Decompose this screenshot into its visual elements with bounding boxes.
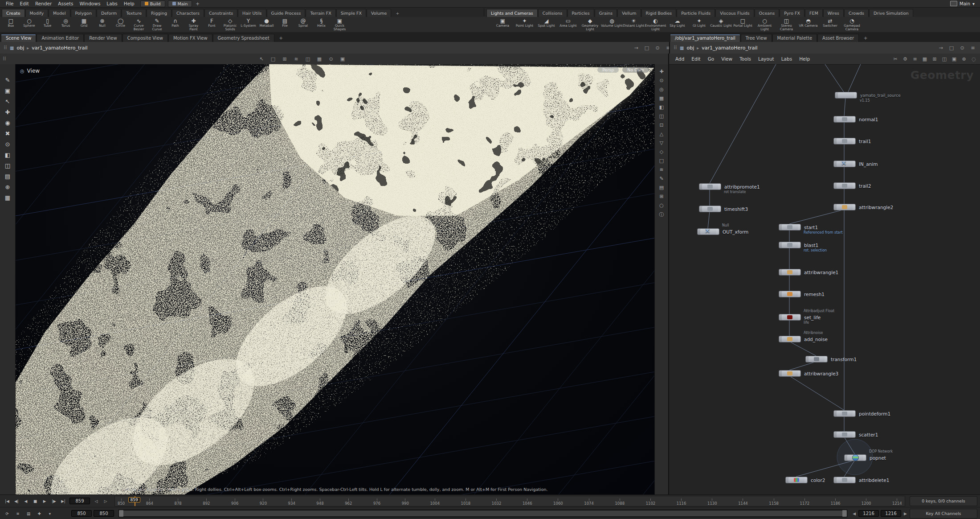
shelf-tool[interactable]: ◢ Spot Light	[535, 17, 557, 31]
camera-badge[interactable]: No Cam	[622, 67, 649, 73]
viewport-display-icon[interactable]: ✚	[659, 69, 663, 74]
viewport-tool-icon[interactable]: ◫	[5, 162, 10, 169]
network-menu-item[interactable]: Help	[796, 56, 813, 62]
shelf-tool[interactable]: ◈ Caustic Light	[710, 17, 732, 31]
desktop-tab-main[interactable]: Main	[168, 0, 192, 7]
timeline-ruler[interactable]: 8508648788929069209349489629769901004101…	[114, 496, 905, 507]
playhead[interactable]: 859	[135, 496, 135, 506]
shelf-tool[interactable]: ∩ Path	[166, 17, 184, 31]
network-node[interactable]: yamato_trail_source v1.15	[835, 92, 901, 99]
shelf-tab[interactable]: Particle Fluids	[677, 9, 715, 17]
shelf-tool[interactable]: ⊗ Null	[93, 17, 111, 31]
playbar-option-icon[interactable]: ✚	[35, 509, 44, 518]
menu-item[interactable]: Render	[32, 1, 55, 6]
network-node[interactable]: scatter1	[833, 431, 878, 438]
viewport-display-icon[interactable]: ○	[659, 202, 664, 208]
shelf-tab[interactable]: Deform	[97, 9, 121, 17]
shelf-tab[interactable]: Characters	[172, 9, 204, 17]
menu-item[interactable]: Assets	[55, 1, 76, 6]
network-menu-item[interactable]: Labs	[778, 56, 796, 62]
network-toolbar-icon[interactable]: ⚙	[902, 56, 909, 62]
transport-button[interactable]: ◀|	[12, 497, 21, 506]
shelf-tab[interactable]: Volume	[367, 9, 391, 17]
keys-info-button[interactable]: 0 keys, 0/0 channels	[910, 496, 977, 506]
shelf-tab[interactable]: Viscous Fluids	[715, 9, 754, 17]
shelf-tool[interactable]: ✦ GI Light	[688, 17, 710, 31]
shelf-tab[interactable]: Pyro FX	[780, 9, 804, 17]
shelf-tab[interactable]: Drive Simulation	[869, 9, 913, 17]
viewport-display-icon[interactable]: ◧	[659, 104, 664, 110]
pane-tab[interactable]: Material Palette	[772, 34, 817, 42]
pane-handle-icon[interactable]: ⠿	[4, 45, 7, 51]
desktop-tab-build[interactable]: Build	[140, 0, 165, 7]
network-menu-item[interactable]: Tools	[736, 56, 755, 62]
range-handle-right[interactable]	[842, 510, 847, 517]
shelf-tab[interactable]: Oceans	[755, 9, 779, 17]
shelf-tool[interactable]: ✚ Spray Paint	[184, 17, 203, 31]
path-bar-icon[interactable]: ⊙	[959, 45, 966, 51]
node-body[interactable]	[699, 183, 721, 190]
shelf-tab[interactable]: Crowds	[844, 9, 869, 17]
network-node[interactable]: DOP Network popnet	[844, 454, 886, 461]
pane-tab[interactable]: Tree View	[741, 34, 772, 42]
shelf-tab[interactable]: +	[392, 9, 403, 17]
node-body[interactable]	[833, 116, 856, 123]
playback-range-slider[interactable]	[118, 510, 847, 517]
viewport-display-icon[interactable]: ⓘ	[659, 211, 664, 218]
shelf-tool[interactable]: ○ Ambient Light	[754, 17, 776, 31]
shelf-tool[interactable]: ◆ Geometry Light	[579, 17, 601, 31]
transport-button[interactable]: ◀	[21, 497, 30, 506]
path-bar-icon[interactable]: ⊙	[654, 45, 661, 51]
shelf-tool[interactable]: ▣ Quick Shapes	[331, 17, 349, 31]
pane-tab[interactable]: Render View	[84, 34, 122, 42]
menu-item[interactable]: Edit	[17, 1, 32, 6]
range-left-arrow-icon[interactable]: ◀	[852, 511, 857, 516]
network-node[interactable]: trail2	[833, 182, 871, 189]
network-toolbar-icon[interactable]: ⊞	[931, 56, 938, 62]
viewport-display-icon[interactable]: ⊙	[659, 78, 663, 83]
menu-item[interactable]: Help	[121, 1, 138, 6]
breadcrumb-root[interactable]: obj	[687, 45, 694, 51]
shelf-tab[interactable]: Modify	[25, 9, 48, 17]
shelf-tool[interactable]: ◫ Stereo Camera	[776, 17, 797, 31]
display-selector[interactable]: Main ▾	[950, 1, 977, 6]
path-bar-icon[interactable]: →	[937, 45, 944, 51]
shelf-tool[interactable]: □ Portal Light	[732, 17, 754, 31]
node-body[interactable]	[785, 477, 808, 483]
network-menu-item[interactable]: Add	[672, 56, 688, 62]
viewport-tool-icon[interactable]: ✚	[5, 109, 10, 115]
shelf-tab[interactable]: Constraints	[204, 9, 237, 17]
pane-tab[interactable]: Motion FX View	[168, 34, 212, 42]
node-body[interactable]	[779, 336, 801, 342]
network-node[interactable]: color2	[785, 477, 825, 483]
range-right-arrow-icon[interactable]: ▶	[903, 511, 908, 516]
node-body[interactable]	[833, 477, 856, 483]
node-body[interactable]	[805, 356, 828, 362]
network-node[interactable]: trail1	[833, 138, 871, 144]
shelf-tab[interactable]: Polygon	[71, 9, 96, 17]
network-node[interactable]: attribpromote1 rot translate	[699, 183, 760, 190]
node-body[interactable]	[779, 242, 801, 248]
transport-button[interactable]: ▶|	[59, 497, 68, 506]
pane-tab[interactable]: Composite View	[122, 34, 168, 42]
shelf-tool[interactable]: ✦ Point Light	[514, 17, 535, 31]
shelf-tool[interactable]: ▭ Area Light	[557, 17, 579, 31]
node-body[interactable]	[833, 204, 856, 210]
pane-handle-icon[interactable]: ⠿	[3, 56, 6, 62]
key-all-channels-button[interactable]: Key All Channels	[910, 509, 977, 519]
node-body[interactable]	[833, 431, 856, 438]
network-node[interactable]: timeshift3	[699, 206, 748, 212]
path-bar-icon[interactable]: →	[633, 45, 640, 51]
shelf-tab[interactable]: Texture	[122, 9, 146, 17]
playback-start-field[interactable]: 850	[94, 510, 114, 517]
shelf-tool[interactable]: ● Metaball	[257, 17, 276, 31]
network-node[interactable]: transform1	[805, 356, 857, 362]
transport-button[interactable]: |▶	[49, 497, 58, 506]
pane-tab[interactable]: Animation Editor	[37, 34, 84, 42]
network-toolbar-icon[interactable]: ◌	[970, 56, 977, 62]
playbar-option-icon[interactable]: ▤	[24, 509, 33, 518]
frame-nudge-button[interactable]: ◁	[92, 497, 101, 506]
pane-tab[interactable]: +	[859, 34, 872, 42]
viewport-toolbar-icon[interactable]: ⊙	[327, 56, 335, 62]
node-body[interactable]	[697, 228, 719, 235]
